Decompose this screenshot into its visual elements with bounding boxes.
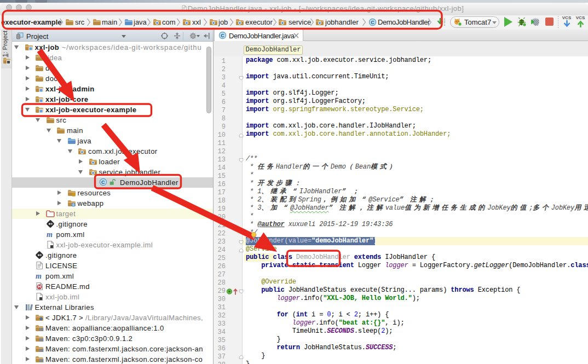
svg-text:1: 1 (444, 24, 446, 26)
